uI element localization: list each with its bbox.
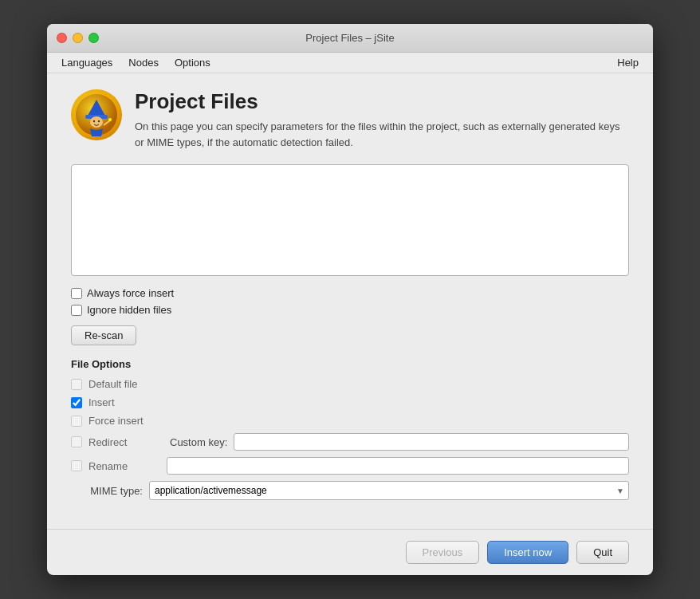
menu-languages[interactable]: Languages (53, 54, 120, 71)
ignore-hidden-files-label: Ignore hidden files (87, 304, 171, 316)
file-options-title: File Options (71, 358, 629, 370)
window-controls (57, 33, 99, 43)
redirect-checkbox[interactable] (71, 436, 82, 447)
insert-label: Insert (88, 396, 160, 408)
redirect-row: Redirect Custom key: (71, 433, 629, 451)
menu-help[interactable]: Help (609, 54, 647, 71)
insert-checkbox[interactable] (71, 397, 82, 408)
redirect-label: Redirect (88, 436, 160, 448)
footer: Previous Insert now Quit (47, 529, 653, 575)
default-file-label: Default file (88, 378, 160, 390)
rename-checkbox[interactable] (71, 460, 82, 471)
svg-point-6 (98, 120, 100, 122)
rename-row: Rename (71, 457, 629, 475)
mime-type-row: MIME type: application/activemessage ▼ (71, 481, 629, 500)
menu-nodes[interactable]: Nodes (120, 54, 167, 71)
minimize-button[interactable] (73, 33, 83, 43)
titlebar: Project Files – jSite (47, 24, 653, 53)
page-title: Project Files (135, 89, 629, 114)
default-file-row: Default file (71, 378, 629, 390)
svg-point-5 (93, 120, 95, 122)
page-title-area: Project Files On this page you can speci… (135, 89, 629, 150)
always-force-insert-checkbox[interactable] (71, 288, 82, 299)
svg-point-8 (108, 118, 112, 121)
mime-type-select[interactable]: application/activemessage (149, 481, 629, 500)
window-title: Project Files – jSite (305, 32, 394, 44)
ignore-hidden-files-row: Ignore hidden files (71, 304, 629, 316)
rename-label: Rename (88, 460, 160, 472)
page-description: On this page you can specify parameters … (135, 119, 629, 150)
file-options-section: File Options Default file Insert Force i… (71, 358, 629, 500)
custom-key-label: Custom key: (170, 436, 227, 448)
force-insert-row: Force insert (71, 415, 629, 427)
global-checkboxes: Always force insert Ignore hidden files (71, 287, 629, 316)
default-file-checkbox[interactable] (71, 379, 82, 390)
file-list-box[interactable] (71, 164, 629, 276)
menu-options[interactable]: Options (167, 54, 218, 71)
always-force-insert-row: Always force insert (71, 287, 629, 299)
maximize-button[interactable] (88, 33, 99, 43)
rename-input[interactable] (167, 457, 629, 475)
rescan-button[interactable]: Re-scan (71, 325, 136, 345)
previous-button[interactable]: Previous (406, 541, 480, 564)
page-icon (71, 89, 122, 140)
menubar: Languages Nodes Options Help (47, 53, 653, 73)
quit-button[interactable]: Quit (576, 541, 629, 564)
close-button[interactable] (57, 33, 67, 43)
main-window: Project Files – jSite Languages Nodes Op… (47, 24, 653, 575)
jsite-logo-icon (75, 93, 118, 136)
page-header: Project Files On this page you can speci… (71, 89, 629, 150)
insert-row: Insert (71, 396, 629, 408)
page-content: Project Files On this page you can speci… (47, 73, 653, 529)
ignore-hidden-files-checkbox[interactable] (71, 305, 82, 316)
always-force-insert-label: Always force insert (87, 287, 174, 299)
custom-key-input[interactable] (234, 433, 629, 451)
force-insert-label: Force insert (88, 415, 160, 427)
insert-now-button[interactable]: Insert now (487, 541, 568, 564)
force-insert-checkbox[interactable] (71, 416, 82, 427)
mime-select-wrapper: application/activemessage ▼ (149, 481, 629, 500)
mime-type-label: MIME type: (71, 485, 143, 497)
